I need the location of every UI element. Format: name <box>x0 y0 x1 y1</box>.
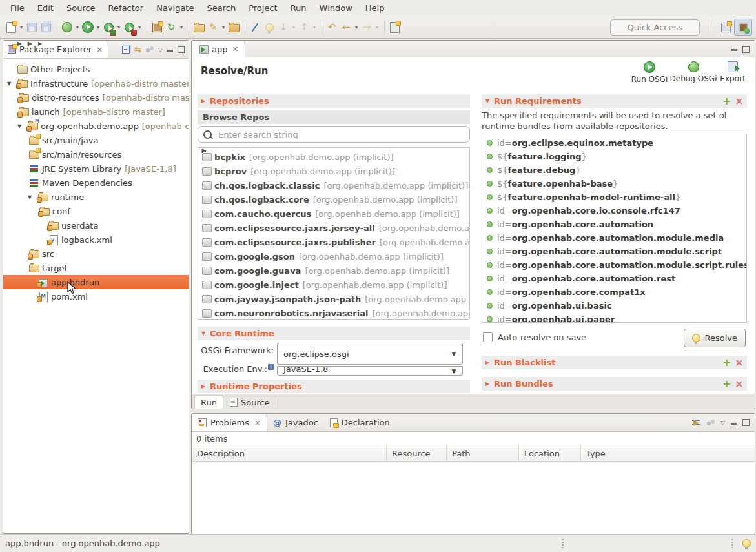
repo-row[interactable]: com.google.inject[org.openhab.demo.app (… <box>198 278 469 292</box>
repo-row[interactable]: com.caucho.quercus[org.openhab.demo.app … <box>198 207 469 221</box>
focus-task-icon[interactable] <box>146 46 154 53</box>
java-perspective-icon[interactable] <box>734 19 752 36</box>
run-icon[interactable] <box>81 19 95 35</box>
expand-toggle[interactable] <box>7 81 16 87</box>
search-input[interactable] <box>217 129 464 140</box>
tree-item-pom-xml[interactable]: M pom.xml <box>3 289 189 303</box>
tree-item-org-openhab-demo-app[interactable]: M org.openhab.demo.app [openhab-distro m… <box>3 119 189 133</box>
focus-task-icon[interactable] <box>707 420 715 426</box>
tab-declaration[interactable]: Declaration <box>324 414 396 431</box>
tree-item-launch[interactable]: launch [openhab-distro master] <box>3 105 189 119</box>
requirement-row[interactable]: id=org.openhab.core.automation.module.me… <box>482 231 746 245</box>
requirement-row[interactable]: ${feature.logging} <box>482 150 746 163</box>
tree-item-src-main-resources[interactable]: src/main/resources <box>3 147 189 161</box>
repo-search-field[interactable] <box>198 126 470 143</box>
save-icon[interactable] <box>25 19 39 35</box>
run-blacklist-section-header[interactable]: ▶Run Blacklist + × <box>482 356 747 369</box>
column-path[interactable]: Path <box>447 445 519 461</box>
coverage-icon[interactable] <box>101 19 116 35</box>
collapse-all-icon[interactable] <box>122 46 130 54</box>
statusbar-bulb-icon[interactable] <box>742 539 751 547</box>
tree-item-maven-dependencies[interactable]: Maven Dependencies <box>3 176 189 190</box>
pin-editor-icon[interactable] <box>387 19 402 35</box>
repo-row[interactable]: bcprov[org.openhab.demo.app (implicit)] <box>198 164 469 178</box>
profile-icon[interactable] <box>122 19 136 35</box>
requirement-row[interactable]: id=org.openhab.core.automation.module.sc… <box>482 245 746 258</box>
column-description[interactable]: Description <box>192 445 387 461</box>
export-button[interactable]: Export <box>717 61 748 92</box>
menu-file[interactable]: File <box>4 1 31 15</box>
tree-item-infrastructure[interactable]: Infrastructure [openhab-distro master] <box>3 76 189 90</box>
expand-toggle[interactable] <box>28 194 37 200</box>
menu-search[interactable]: Search <box>200 1 242 15</box>
open-perspective-icon[interactable] <box>717 19 734 35</box>
last-edit-location-icon[interactable]: ↶ <box>325 19 339 35</box>
menu-navigate[interactable]: Navigate <box>150 1 200 15</box>
previous-annotation-dropdown[interactable]: ▾ <box>311 19 318 35</box>
combo-dropdown-icon[interactable]: ▼ <box>445 368 462 374</box>
auto-resolve-checkbox[interactable]: Auto-resolve on save <box>483 332 586 342</box>
menu-project[interactable]: Project <box>242 1 283 15</box>
add-bundle-icon[interactable]: + <box>722 378 731 390</box>
tree-item-app-bndrun[interactable]: app.bndrun <box>3 275 189 289</box>
requirement-row[interactable]: id=org.openhab.core.automation.module.sc… <box>482 258 746 272</box>
view-menu-icon[interactable]: ▽ <box>720 420 725 426</box>
new-wizard-icon[interactable] <box>4 19 18 35</box>
requirement-row[interactable]: ${feature.debug} <box>482 163 746 177</box>
repositories-section-header[interactable]: ▶Repositories <box>198 94 470 108</box>
run-requirements-section-header[interactable]: ▼Run Requirements + × <box>482 94 747 108</box>
resolve-button[interactable]: Resolve <box>684 329 746 347</box>
tree-item-src-main-java[interactable]: src/main/java <box>3 133 189 147</box>
coverage-dropdown[interactable]: ▾ <box>116 19 122 35</box>
open-folder-icon[interactable] <box>192 19 206 35</box>
next-annotation-icon[interactable]: ↓ <box>276 19 291 35</box>
new-java-project-icon[interactable] <box>150 19 164 35</box>
tree-item-other-projects[interactable]: Other Projects <box>3 62 189 76</box>
repo-row[interactable]: com.google.guava[org.openhab.demo.app (i… <box>198 263 469 278</box>
repo-row[interactable]: com.jayway.jsonpath.json-path[org.openha… <box>198 292 469 306</box>
save-all-icon[interactable] <box>39 19 53 35</box>
requirement-row[interactable]: id=org.openhab.ui.basic <box>482 299 746 312</box>
column-location[interactable]: Location <box>519 445 581 461</box>
add-blacklist-icon[interactable]: + <box>722 356 731 369</box>
column-type[interactable]: Type <box>581 445 755 461</box>
repo-row[interactable]: com.neuronrobotics.nrjavaserial[org.open… <box>198 306 469 320</box>
requirement-row[interactable]: ${feature.openhab-model-runtime-all} <box>482 190 746 204</box>
debug-dropdown[interactable]: ▾ <box>74 19 81 35</box>
minimize-view-icon[interactable] <box>167 50 173 52</box>
tree-item-target[interactable]: target <box>3 261 189 275</box>
tree-item-jre-system-library[interactable]: JRE System Library [JavaSE-1.8] <box>3 161 189 176</box>
tab-run[interactable]: Run <box>194 395 223 409</box>
repo-row[interactable]: com.eclipsesource.jaxrs.publisher[org.op… <box>198 235 469 249</box>
expand-toggle[interactable] <box>202 148 210 154</box>
back-icon[interactable]: ← <box>339 19 353 35</box>
profile-dropdown[interactable]: ▾ <box>136 19 143 35</box>
runtime-properties-section-header[interactable]: ▶Runtime Properties <box>198 380 470 393</box>
minimize-editor-icon[interactable] <box>731 49 737 51</box>
tree-item-distro-resources[interactable]: distro-resources [openhab-distro master] <box>3 90 189 105</box>
maximize-view-icon[interactable] <box>178 46 185 53</box>
open-type-icon[interactable] <box>227 19 241 35</box>
run-bundles-section-header[interactable]: ▶Run Bundles + × <box>482 377 747 391</box>
combo-dropdown-icon[interactable]: ▼ <box>445 351 462 357</box>
add-requirement-icon[interactable]: + <box>722 95 731 107</box>
tab-javadoc[interactable]: @ Javadoc <box>267 414 324 431</box>
requirement-row[interactable]: id=org.openhab.core.io.console.rfc147 <box>482 204 746 218</box>
core-runtime-section-header[interactable]: ▼Core Runtime <box>198 327 470 340</box>
filter-icon[interactable] <box>692 419 701 427</box>
tree-item-conf[interactable]: conf <box>3 204 189 218</box>
minimize-view-icon[interactable] <box>731 423 737 425</box>
previous-annotation-icon[interactable]: ↑ <box>297 19 311 35</box>
mark-occurrences-icon[interactable] <box>248 19 262 35</box>
external-tools-icon[interactable]: ✎ <box>206 19 220 35</box>
tree-item-logback-xml[interactable]: y logback.xml <box>3 232 189 247</box>
run-osgi-button[interactable]: Run OSGi <box>629 61 669 92</box>
maximize-editor-icon[interactable] <box>742 46 750 53</box>
close-tab-icon[interactable]: × <box>232 45 238 54</box>
forward-dropdown[interactable]: ▾ <box>374 19 380 35</box>
repo-row[interactable]: ch.qos.logback.classic[org.openhab.demo.… <box>198 178 469 192</box>
remove-blacklist-icon[interactable]: × <box>735 357 743 369</box>
menu-refactor[interactable]: Refactor <box>102 1 150 15</box>
menu-help[interactable]: Help <box>359 1 391 15</box>
debug-osgi-button[interactable]: Debug OSGi <box>672 61 715 92</box>
